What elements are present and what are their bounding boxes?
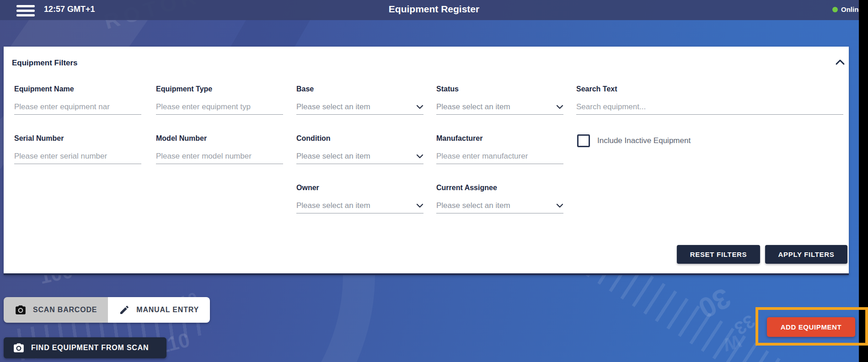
filter-field-equipment-name: Equipment Name bbox=[14, 85, 141, 115]
entry-mode-toggle: SCAN BARCODE MANUAL ENTRY bbox=[4, 297, 210, 323]
light-streak-decoration bbox=[229, 18, 311, 50]
screen-edge-black-strip bbox=[859, 0, 868, 362]
online-status-icon bbox=[832, 7, 838, 12]
chevron-down-icon bbox=[556, 203, 563, 208]
field-label: Condition bbox=[296, 134, 423, 143]
add-equipment-button[interactable]: ADD EQUIPMENT bbox=[767, 317, 855, 337]
field-label: Equipment Name bbox=[14, 85, 141, 93]
chevron-down-icon bbox=[556, 105, 563, 109]
checkbox[interactable] bbox=[577, 134, 590, 147]
field-label: Owner bbox=[296, 184, 423, 192]
filter-field-manufacturer: Manufacturer bbox=[436, 134, 563, 164]
filter-field-owner: Owner Please select an item bbox=[296, 184, 423, 213]
filter-field-model-number: Model Number bbox=[156, 134, 283, 164]
chevron-down-icon bbox=[416, 105, 423, 109]
filter-field-status: Status Please select an item bbox=[436, 85, 563, 115]
watermark-text: W bbox=[721, 330, 743, 355]
reset-filters-button[interactable]: RESET FILTERS bbox=[677, 245, 760, 264]
field-label: Base bbox=[296, 85, 423, 93]
connection-status: Online bbox=[832, 5, 863, 13]
filter-field-search-text: Search Text bbox=[576, 85, 843, 115]
filter-field-equipment-type: Equipment Type bbox=[156, 85, 283, 115]
collapse-chevron-up-icon[interactable] bbox=[834, 58, 847, 69]
find-equipment-label: FIND EQUIPMENT FROM SCAN bbox=[31, 344, 149, 352]
field-label: Model Number bbox=[156, 134, 283, 143]
manual-entry-label: MANUAL ENTRY bbox=[136, 306, 199, 314]
scan-barcode-label: SCAN BARCODE bbox=[33, 306, 97, 314]
include-inactive-checkbox-row[interactable]: Include Inactive Equipment bbox=[577, 134, 691, 147]
apply-filters-button[interactable]: APPLY FILTERS bbox=[765, 245, 847, 264]
field-label: Search Text bbox=[576, 85, 843, 93]
manual-entry-tab[interactable]: MANUAL ENTRY bbox=[108, 297, 210, 323]
pencil-icon bbox=[119, 304, 130, 315]
search-input[interactable] bbox=[576, 100, 843, 115]
camera-icon bbox=[13, 342, 25, 354]
current-assignee-select[interactable]: Please select an item bbox=[436, 198, 563, 213]
find-equipment-from-scan-button[interactable]: FIND EQUIPMENT FROM SCAN bbox=[4, 337, 166, 358]
field-label: Current Assignee bbox=[436, 184, 563, 192]
chevron-down-icon bbox=[416, 154, 423, 159]
field-label: Equipment Type bbox=[156, 85, 283, 93]
filter-field-serial-number: Serial Number bbox=[14, 134, 141, 164]
equipment-name-input[interactable] bbox=[14, 100, 141, 115]
watermark-text: 33 bbox=[730, 311, 759, 339]
filter-field-current-assignee: Current Assignee Please select an item bbox=[436, 184, 563, 213]
top-bar: 12:57 GMT+1 Equipment Register Online bbox=[0, 0, 868, 20]
scan-barcode-tab[interactable]: SCAN BARCODE bbox=[4, 297, 108, 323]
field-label: Status bbox=[436, 85, 563, 93]
filter-field-condition: Condition Please select an item bbox=[296, 134, 423, 164]
owner-select[interactable]: Please select an item bbox=[296, 198, 423, 213]
watermark-text: 30 bbox=[693, 282, 736, 325]
equipment-filters-panel: Equipment Filters Equipment Name Equipme… bbox=[4, 47, 849, 275]
serial-number-input[interactable] bbox=[14, 149, 141, 164]
model-number-input[interactable] bbox=[156, 149, 283, 164]
checkbox-label: Include Inactive Equipment bbox=[597, 136, 691, 145]
field-label: Serial Number bbox=[14, 134, 141, 143]
condition-select[interactable]: Please select an item bbox=[296, 149, 423, 164]
filters-panel-title: Equipment Filters bbox=[12, 59, 78, 68]
chevron-down-icon bbox=[416, 203, 423, 208]
filter-field-base: Base Please select an item bbox=[296, 85, 423, 115]
camera-icon bbox=[15, 304, 27, 316]
field-label: Manufacturer bbox=[436, 134, 563, 143]
manufacturer-input[interactable] bbox=[436, 149, 563, 164]
status-select[interactable]: Please select an item bbox=[436, 100, 563, 115]
base-select[interactable]: Please select an item bbox=[296, 100, 423, 115]
page-title: Equipment Register bbox=[0, 4, 868, 15]
equipment-type-input[interactable] bbox=[156, 100, 283, 115]
